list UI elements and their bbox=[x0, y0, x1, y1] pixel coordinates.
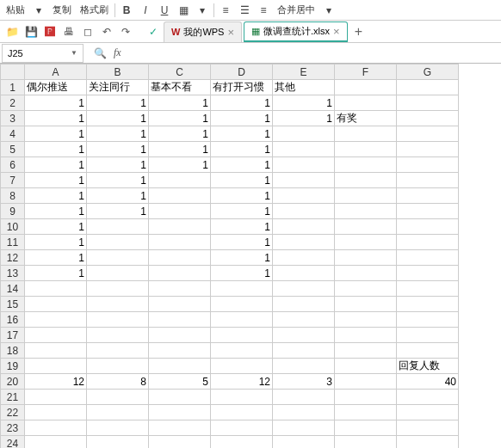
cell-D14[interactable] bbox=[211, 281, 273, 297]
cell-G2[interactable] bbox=[397, 95, 459, 111]
cell-F5[interactable] bbox=[335, 142, 397, 157]
column-header-A[interactable]: A bbox=[25, 64, 87, 80]
cell-B23[interactable] bbox=[87, 420, 149, 436]
italic-icon[interactable]: I bbox=[138, 3, 153, 18]
row-header[interactable]: 13 bbox=[1, 266, 25, 281]
cell-E10[interactable] bbox=[273, 219, 335, 235]
cell-F12[interactable] bbox=[335, 250, 397, 266]
row-header[interactable]: 24 bbox=[1, 436, 25, 449]
column-header-F[interactable]: F bbox=[335, 64, 397, 80]
cell-G14[interactable] bbox=[397, 281, 459, 297]
cell-G6[interactable] bbox=[397, 157, 459, 173]
cell-A14[interactable] bbox=[25, 281, 87, 297]
cell-F9[interactable] bbox=[335, 204, 397, 219]
row-header[interactable]: 14 bbox=[1, 281, 25, 297]
cell-D24[interactable] bbox=[211, 436, 273, 449]
cell-E14[interactable] bbox=[273, 281, 335, 297]
cell-G4[interactable] bbox=[397, 126, 459, 142]
cell-B10[interactable] bbox=[87, 219, 149, 235]
cell-A10[interactable]: 1 bbox=[25, 219, 87, 235]
cell-E9[interactable] bbox=[273, 204, 335, 219]
cell-A17[interactable] bbox=[25, 328, 87, 343]
cell-D22[interactable] bbox=[211, 405, 273, 420]
cell-B24[interactable] bbox=[87, 436, 149, 449]
cell-B14[interactable] bbox=[87, 281, 149, 297]
cell-F8[interactable] bbox=[335, 188, 397, 204]
cell-A3[interactable]: 1 bbox=[25, 111, 87, 126]
cell-C1[interactable]: 基本不看 bbox=[149, 80, 211, 95]
cell-C4[interactable]: 1 bbox=[149, 126, 211, 142]
cell-G19[interactable]: 回复人数 bbox=[397, 359, 459, 374]
cell-C20[interactable]: 5 bbox=[149, 374, 211, 390]
row-header[interactable]: 21 bbox=[1, 390, 25, 405]
cell-E4[interactable] bbox=[273, 126, 335, 142]
dropdown-icon[interactable]: ▾ bbox=[321, 3, 337, 18]
cell-F17[interactable] bbox=[335, 328, 397, 343]
cell-B22[interactable] bbox=[87, 405, 149, 420]
cell-B9[interactable]: 1 bbox=[87, 204, 149, 219]
row-header[interactable]: 15 bbox=[1, 297, 25, 312]
cell-A6[interactable]: 1 bbox=[25, 157, 87, 173]
dropdown-icon[interactable]: ▼ bbox=[71, 49, 77, 57]
cell-B4[interactable]: 1 bbox=[87, 126, 149, 142]
cell-G21[interactable] bbox=[397, 390, 459, 405]
cell-G3[interactable] bbox=[397, 111, 459, 126]
tab-my-wps[interactable]: W 我的WPS × bbox=[164, 21, 242, 42]
cell-B16[interactable] bbox=[87, 312, 149, 328]
select-all-corner[interactable] bbox=[1, 64, 25, 80]
row-header[interactable]: 22 bbox=[1, 405, 25, 420]
cell-E21[interactable] bbox=[273, 390, 335, 405]
column-header-B[interactable]: B bbox=[87, 64, 149, 80]
cell-E6[interactable] bbox=[273, 157, 335, 173]
cell-G8[interactable] bbox=[397, 188, 459, 204]
dropdown-icon[interactable]: ▾ bbox=[195, 3, 210, 18]
copy-button[interactable]: 复制 bbox=[50, 2, 74, 18]
cell-A9[interactable]: 1 bbox=[25, 204, 87, 219]
cell-C13[interactable] bbox=[149, 266, 211, 281]
cell-F20[interactable] bbox=[335, 374, 397, 390]
cell-D7[interactable]: 1 bbox=[211, 173, 273, 188]
cell-F7[interactable] bbox=[335, 173, 397, 188]
row-header[interactable]: 19 bbox=[1, 359, 25, 374]
cell-B3[interactable]: 1 bbox=[87, 111, 149, 126]
cell-D18[interactable] bbox=[211, 343, 273, 359]
column-header-D[interactable]: D bbox=[211, 64, 273, 80]
border-icon[interactable]: ▦ bbox=[176, 3, 191, 18]
cell-C9[interactable] bbox=[149, 204, 211, 219]
cell-F22[interactable] bbox=[335, 405, 397, 420]
fx-icon[interactable]: fx bbox=[114, 46, 121, 59]
cell-C23[interactable] bbox=[149, 420, 211, 436]
row-header[interactable]: 8 bbox=[1, 188, 25, 204]
cell-C7[interactable] bbox=[149, 173, 211, 188]
cell-C8[interactable] bbox=[149, 188, 211, 204]
cell-C22[interactable] bbox=[149, 405, 211, 420]
add-tab-button[interactable]: + bbox=[349, 24, 368, 40]
cell-D11[interactable]: 1 bbox=[211, 235, 273, 250]
cell-D1[interactable]: 有打开习惯 bbox=[211, 80, 273, 95]
paste-button[interactable]: 粘贴 bbox=[3, 2, 28, 18]
dropdown-icon[interactable]: ▾ bbox=[31, 3, 46, 18]
cell-E22[interactable] bbox=[273, 405, 335, 420]
cell-D4[interactable]: 1 bbox=[211, 126, 273, 142]
cell-E17[interactable] bbox=[273, 328, 335, 343]
cell-G7[interactable] bbox=[397, 173, 459, 188]
cell-E16[interactable] bbox=[273, 312, 335, 328]
cell-F14[interactable] bbox=[335, 281, 397, 297]
cell-F11[interactable] bbox=[335, 235, 397, 250]
name-box[interactable]: J25 ▼ bbox=[2, 44, 84, 63]
cell-A21[interactable] bbox=[25, 390, 87, 405]
cell-D2[interactable]: 1 bbox=[211, 95, 273, 111]
cell-F2[interactable] bbox=[335, 95, 397, 111]
cell-C12[interactable] bbox=[149, 250, 211, 266]
print-icon[interactable]: 🖶 bbox=[60, 23, 77, 40]
row-header[interactable]: 1 bbox=[1, 80, 25, 95]
row-header[interactable]: 11 bbox=[1, 235, 25, 250]
cell-E23[interactable] bbox=[273, 420, 335, 436]
cell-C17[interactable] bbox=[149, 328, 211, 343]
cell-D3[interactable]: 1 bbox=[211, 111, 273, 126]
cell-C5[interactable]: 1 bbox=[149, 142, 211, 157]
cell-B18[interactable] bbox=[87, 343, 149, 359]
cell-F1[interactable] bbox=[335, 80, 397, 95]
cell-A22[interactable] bbox=[25, 405, 87, 420]
cell-E8[interactable] bbox=[273, 188, 335, 204]
